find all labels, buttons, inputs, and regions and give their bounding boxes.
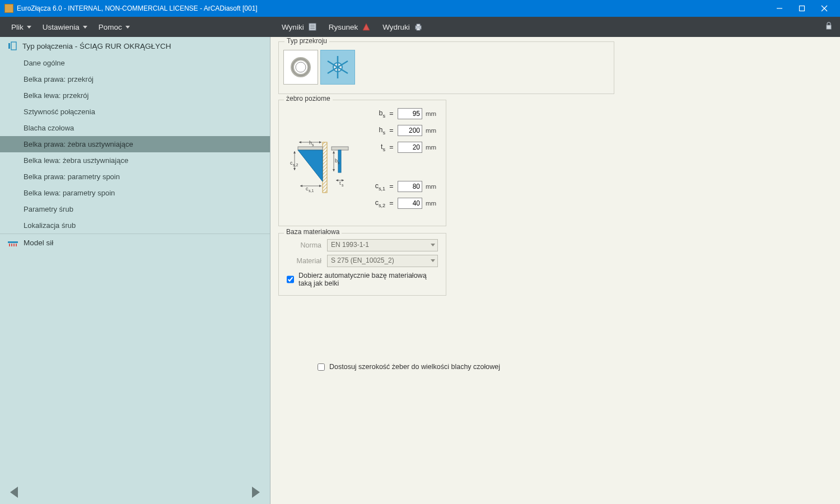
svg-text:t: t (339, 180, 341, 186)
svg-text:s: s (338, 161, 340, 165)
norma-select: EN 1993-1-1 (327, 239, 438, 251)
svg-marker-59 (336, 179, 338, 181)
svg-marker-47 (299, 141, 301, 143)
section-type-ring-button[interactable] (283, 50, 318, 85)
adjust-width-checkbox[interactable] (318, 363, 325, 371)
section-type-star-button[interactable] (320, 50, 355, 85)
svg-rect-31 (323, 142, 327, 193)
svg-marker-8 (363, 24, 370, 30)
svg-marker-57 (333, 169, 335, 171)
adjust-width-row: Dostosuj szerokość żeber do wielkości bl… (318, 363, 832, 371)
auto-material-checkbox[interactable] (287, 276, 294, 283)
tree-header-label: Typ połączenia - ŚCIĄG RUR OKRĄGŁYCH (22, 42, 171, 50)
param-input-hs[interactable] (398, 125, 422, 136)
lock-icon[interactable] (824, 21, 833, 32)
norma-row: Norma EN 1993-1-1 (287, 239, 438, 251)
param-input-ts[interactable] (398, 142, 422, 153)
auto-material-label: Dobierz automatycznie bazę materiałową t… (298, 272, 438, 287)
svg-rect-17 (11, 244, 12, 246)
menu-wydruki[interactable]: Wydruki (377, 17, 429, 37)
sidebar-item[interactable]: Sztywność połączenia (0, 104, 270, 120)
chevron-down-icon (27, 26, 31, 29)
param-label: cs,1 (370, 182, 385, 192)
titlebar: EuroZłącza 6.0 - INTERNAL, NON-COMMERCIA… (0, 0, 840, 17)
sidebar-item[interactable]: Belka prawa: parametry spoin (0, 169, 270, 185)
sidebar-item[interactable]: Belka prawa: przekrój (0, 71, 270, 87)
param-input-cs1[interactable] (398, 181, 422, 192)
close-button[interactable] (813, 0, 836, 17)
menu-rysunek[interactable]: Rysunek (323, 17, 377, 37)
svg-text:s,1: s,1 (309, 189, 314, 193)
app-icon (4, 4, 13, 13)
svg-marker-53 (300, 185, 302, 187)
menubar: Plik Ustawienia Pomoc Wyniki Rysunek Wyd… (0, 17, 840, 37)
svg-rect-16 (9, 244, 10, 246)
window-title: EuroZłącza 6.0 - INTERNAL, NON-COMMERCIA… (17, 4, 768, 12)
adjust-width-label: Dostosuj szerokość żeber do wielkości bl… (329, 363, 500, 371)
sidebar-item[interactable]: Belka prawa: żebra usztywniające (0, 136, 270, 152)
param-input-cs2[interactable] (398, 198, 422, 209)
sidebar-item[interactable]: Belka lewa: parametry spoin (0, 185, 270, 201)
svg-text:s,2: s,2 (293, 163, 298, 167)
param-row-bs: bs= mm (364, 108, 438, 119)
norma-value: EN 1993-1-1 (331, 241, 369, 249)
material-label: Materiał (287, 257, 321, 265)
tree-model-sil[interactable]: Model sił (0, 234, 270, 251)
sidebar-item[interactable]: Belka lewa: przekrój (0, 87, 270, 104)
minimize-button[interactable] (768, 0, 791, 17)
nav-next-button[interactable] (252, 487, 260, 498)
sidebar-item[interactable]: Blacha czołowa (0, 120, 270, 136)
menu-ustawienia[interactable]: Ustawienia (37, 17, 93, 37)
menu-label: Pomoc (99, 23, 122, 31)
param-label: hs (370, 126, 385, 136)
svg-rect-11 (417, 28, 420, 30)
sidebar-item[interactable]: Parametry śrub (0, 201, 270, 217)
chevron-down-icon (125, 26, 130, 29)
menu-label: Ustawienia (43, 23, 80, 31)
baza-fieldset: Norma EN 1993-1-1 Materiał S 275 (EN_100… (278, 233, 446, 296)
param-label: cs,2 (370, 199, 385, 208)
printer-icon (413, 22, 423, 32)
svg-rect-32 (298, 147, 323, 150)
param-label: ts (370, 143, 385, 152)
nav-tree: Typ połączenia - ŚCIĄG RUR OKRĄGŁYCH Dan… (0, 37, 270, 480)
maximize-button[interactable] (791, 0, 813, 17)
norma-label: Norma (287, 241, 321, 249)
menu-wyniki[interactable]: Wyniki (276, 17, 323, 37)
sidebar-item[interactable]: Belka lewa: żebra usztywniające (0, 152, 270, 169)
chevron-down-icon (431, 244, 435, 246)
menu-label: Rysunek (329, 23, 358, 31)
auto-material-row: Dobierz automatycznie bazę materiałową t… (287, 272, 438, 287)
svg-marker-51 (293, 168, 296, 170)
svg-text:s: s (342, 183, 344, 187)
tree-header[interactable]: Typ połączenia - ŚCIĄG RUR OKRĄGŁYCH (0, 37, 270, 55)
sidebar-item[interactable]: Lokalizacja śrub (0, 217, 270, 234)
menu-label: Plik (11, 23, 24, 31)
unit-label: mm (426, 110, 438, 117)
material-select: S 275 (EN_10025_2) (327, 255, 438, 267)
stiffener-diagram: hs bs ts cs,2 cs,1 (287, 123, 354, 218)
unit-label: mm (426, 183, 438, 190)
param-row-ts: ts= mm (364, 142, 438, 153)
tree-model-sil-label: Model sił (24, 239, 53, 247)
svg-point-22 (296, 62, 306, 72)
zebro-legend: żebro poziome (284, 95, 333, 102)
svg-marker-60 (342, 179, 344, 181)
typ-przekroju-legend: Typ przekroju (284, 37, 329, 45)
svg-rect-10 (417, 24, 420, 26)
main-panel: Typ przekroju (270, 37, 840, 504)
param-input-bs[interactable] (398, 108, 422, 119)
svg-marker-56 (333, 151, 335, 153)
menu-pomoc[interactable]: Pomoc (93, 17, 136, 37)
svg-rect-1 (800, 6, 805, 11)
svg-marker-50 (293, 151, 296, 153)
typ-przekroju-fieldset: Typ przekroju (278, 41, 614, 94)
unit-label: mm (426, 200, 438, 207)
nav-prev-button[interactable] (10, 487, 18, 498)
sidebar-item[interactable]: Dane ogólne (0, 55, 270, 71)
svg-rect-14 (11, 42, 16, 50)
param-row-hs: hs= mm (364, 125, 438, 136)
svg-rect-12 (827, 25, 831, 29)
menu-plik[interactable]: Plik (6, 17, 37, 37)
forces-model-icon (8, 239, 18, 247)
